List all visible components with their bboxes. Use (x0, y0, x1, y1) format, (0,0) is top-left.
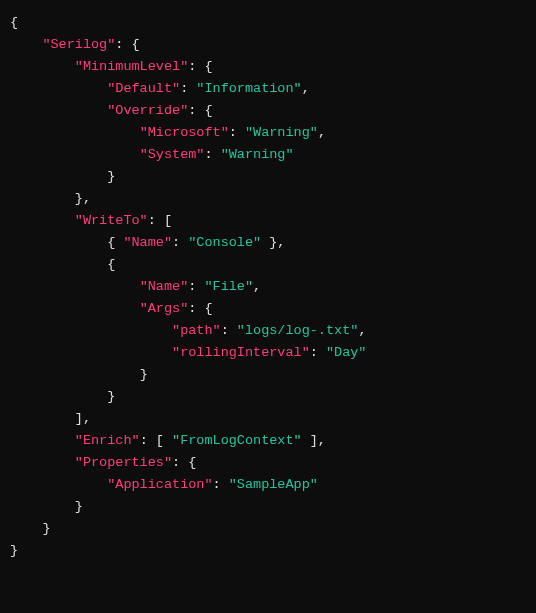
code-line: "rollingInterval": "Day" (10, 342, 526, 364)
json-string: "logs/log-.txt" (237, 323, 359, 338)
json-punct: }, (75, 191, 91, 206)
code-line: "WriteTo": [ (10, 210, 526, 232)
code-line: } (10, 364, 526, 386)
json-key: "System" (140, 147, 205, 162)
json-punct: } (107, 389, 115, 404)
json-punct: : [ (148, 213, 172, 228)
json-key: "WriteTo" (75, 213, 148, 228)
json-punct: : (180, 81, 196, 96)
json-string: "SampleApp" (229, 477, 318, 492)
json-key: "Default" (107, 81, 180, 96)
json-punct: } (107, 169, 115, 184)
json-punct: , (253, 279, 261, 294)
json-punct: ], (302, 433, 326, 448)
json-key: "Application" (107, 477, 212, 492)
code-line: "MinimumLevel": { (10, 56, 526, 78)
code-line: "Application": "SampleApp" (10, 474, 526, 496)
json-string: "Warning" (221, 147, 294, 162)
json-string: "Information" (196, 81, 301, 96)
code-line: "Enrich": [ "FromLogContext" ], (10, 430, 526, 452)
code-line: } (10, 386, 526, 408)
code-line: { (10, 254, 526, 276)
json-punct: : { (172, 455, 196, 470)
code-line: { "Name": "Console" }, (10, 232, 526, 254)
code-line: "Properties": { (10, 452, 526, 474)
json-punct: : { (188, 59, 212, 74)
json-string: "FromLogContext" (172, 433, 302, 448)
json-punct: , (318, 125, 326, 140)
code-line: "System": "Warning" (10, 144, 526, 166)
json-punct: : (213, 477, 229, 492)
json-punct: : (172, 235, 188, 250)
json-punct: : { (188, 301, 212, 316)
json-punct: , (358, 323, 366, 338)
json-punct: { (107, 257, 115, 272)
json-key: "Name" (140, 279, 189, 294)
code-line: } (10, 540, 526, 562)
code-line: } (10, 166, 526, 188)
json-punct: } (42, 521, 50, 536)
json-key: "Args" (140, 301, 189, 316)
json-punct: } (75, 499, 83, 514)
json-punct: : [ (140, 433, 172, 448)
json-punct: : { (188, 103, 212, 118)
code-line: "Override": { (10, 100, 526, 122)
code-line: ], (10, 408, 526, 430)
json-punct: : (204, 147, 220, 162)
json-key: "Enrich" (75, 433, 140, 448)
json-punct: : (310, 345, 326, 360)
code-line: "Serilog": { (10, 34, 526, 56)
json-punct: : (188, 279, 204, 294)
json-string: "File" (204, 279, 253, 294)
json-string: "Day" (326, 345, 367, 360)
json-key: "Microsoft" (140, 125, 229, 140)
code-line: "Microsoft": "Warning", (10, 122, 526, 144)
json-punct: { (107, 235, 123, 250)
json-punct: } (140, 367, 148, 382)
code-line: }, (10, 188, 526, 210)
json-punct: : (229, 125, 245, 140)
json-punct: } (10, 543, 18, 558)
code-line: } (10, 518, 526, 540)
code-line: "Name": "File", (10, 276, 526, 298)
json-key: "Name" (123, 235, 172, 250)
code-block: { "Serilog": { "MinimumLevel": { "Defaul… (0, 0, 536, 574)
json-punct: : (221, 323, 237, 338)
json-punct: }, (261, 235, 285, 250)
json-string: "Console" (188, 235, 261, 250)
json-key: "path" (172, 323, 221, 338)
code-line: "path": "logs/log-.txt", (10, 320, 526, 342)
json-key: "Properties" (75, 455, 172, 470)
json-key: "Serilog" (42, 37, 115, 52)
json-punct: : { (115, 37, 139, 52)
code-line: { (10, 12, 526, 34)
json-punct: ], (75, 411, 91, 426)
json-punct: { (10, 15, 18, 30)
json-key: "MinimumLevel" (75, 59, 188, 74)
code-line: } (10, 496, 526, 518)
code-line: "Args": { (10, 298, 526, 320)
json-punct: , (302, 81, 310, 96)
json-key: "Override" (107, 103, 188, 118)
json-key: "rollingInterval" (172, 345, 310, 360)
code-line: "Default": "Information", (10, 78, 526, 100)
json-string: "Warning" (245, 125, 318, 140)
